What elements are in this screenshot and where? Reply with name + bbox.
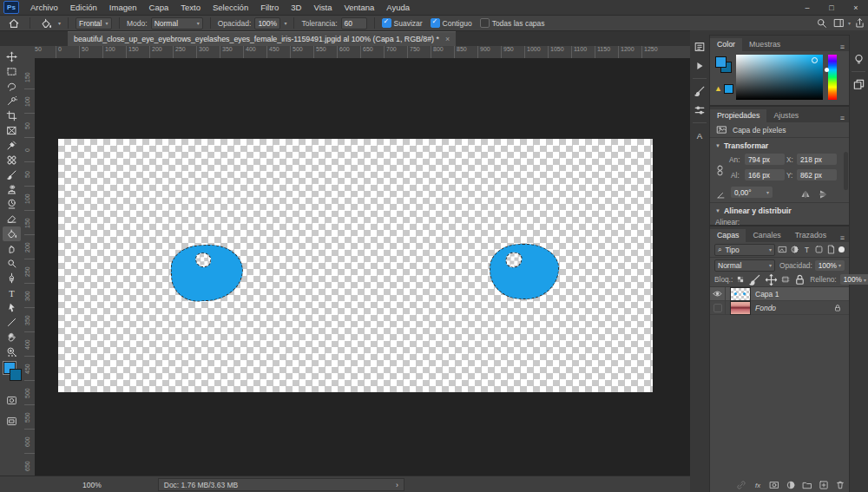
tab-muestras[interactable]: Muestras [742, 38, 787, 51]
mask-icon[interactable] [769, 480, 779, 490]
paint-bucket-tool[interactable] [3, 226, 21, 241]
menu-vista[interactable]: Vista [307, 3, 338, 12]
link-dimensions-icon[interactable] [713, 161, 726, 180]
tolerance-input[interactable]: 60 [341, 17, 367, 30]
quick-mask-button[interactable] [3, 393, 21, 408]
layer-lock-icon[interactable] [833, 304, 842, 312]
menu-archivo[interactable]: Archivo [24, 3, 64, 12]
screen-mode-button[interactable] [3, 414, 21, 429]
y-input[interactable]: 862 px [797, 169, 837, 180]
actions-icon[interactable] [691, 58, 708, 74]
menu-edicin[interactable]: Edición [64, 3, 103, 12]
menu-imagen[interactable]: Imagen [103, 3, 143, 12]
checkbox-contiguo[interactable]: Contiguo [431, 18, 472, 28]
maximize-button[interactable]: □ [819, 1, 844, 15]
height-input[interactable]: 166 px [745, 169, 785, 180]
layer-name[interactable]: Capa 1 [755, 290, 779, 298]
menu-capa[interactable]: Capa [143, 3, 175, 12]
x-input[interactable]: 218 px [797, 154, 837, 165]
tab-propiedades[interactable]: Propiedades [710, 109, 766, 122]
eraser-tool[interactable] [3, 212, 21, 226]
align-section-header[interactable]: ▼Alinear y distribuir [710, 202, 849, 217]
checkbox-icon[interactable] [431, 18, 440, 28]
brush-settings-icon[interactable] [691, 83, 708, 99]
workspace-icon[interactable] [831, 16, 848, 31]
hue-slider-marker[interactable] [825, 68, 829, 72]
brush-tool[interactable] [3, 167, 21, 182]
crop-tool[interactable] [3, 108, 21, 123]
tab-capas[interactable]: Capas [710, 229, 746, 242]
panel-scrollbar[interactable] [844, 152, 848, 190]
width-input[interactable]: 794 px [745, 154, 785, 165]
blend-mode-select[interactable]: Normal ▾ [151, 17, 203, 30]
color-fg-swatch[interactable] [715, 56, 727, 68]
frame-tool[interactable] [3, 123, 21, 138]
tab-trazados[interactable]: Trazados [788, 229, 833, 242]
layer-fill-input[interactable]: 100%▾ [840, 274, 868, 285]
left-eye-selection[interactable] [169, 243, 244, 303]
lock-transparency-icon[interactable] [736, 275, 745, 284]
delete-icon[interactable] [835, 480, 845, 490]
hue-slider[interactable] [828, 55, 837, 100]
shape-tool[interactable] [3, 315, 21, 330]
paint-bucket-preset-icon[interactable] [37, 16, 55, 31]
zoom-level-input[interactable]: 100% [82, 481, 102, 489]
opacity-input[interactable]: 100% [254, 17, 280, 30]
layer-thumbnail[interactable] [730, 301, 751, 315]
marquee-tool[interactable] [3, 64, 21, 79]
minimize-button[interactable]: – [795, 1, 819, 15]
menu-ventana[interactable]: Ventana [338, 3, 380, 12]
layer-row-capa-1[interactable]: Capa 1 [710, 287, 849, 301]
checkbox-suavizar[interactable]: Suavizar [382, 18, 423, 28]
home-icon[interactable] [5, 16, 23, 31]
flip-vertical-icon[interactable] [814, 187, 832, 202]
path-selection-tool[interactable] [3, 300, 21, 315]
layer-thumbnail[interactable] [730, 287, 751, 301]
learn-icon[interactable] [850, 51, 867, 67]
type-tool[interactable]: T [3, 285, 21, 300]
smudge-tool[interactable] [3, 241, 21, 256]
lock-all-icon[interactable] [793, 273, 806, 286]
layer-name[interactable]: Fondo [755, 304, 776, 312]
group-icon[interactable] [802, 480, 812, 490]
document-tab[interactable]: beautiful_close_up_eye_eyebrows_eyelashe… [68, 31, 456, 46]
clone-stamp-tool[interactable] [3, 182, 21, 197]
gamut-warning-icon[interactable]: ▲ [714, 84, 722, 93]
healing-brush-tool[interactable] [3, 153, 21, 167]
pixel-filter-icon[interactable] [778, 245, 787, 254]
tab-ajustes[interactable]: Ajustes [766, 109, 806, 122]
lock-paint-icon[interactable] [748, 273, 761, 286]
status-chevron-icon[interactable]: › [396, 481, 398, 489]
lasso-tool[interactable] [3, 79, 21, 94]
angle-input[interactable]: 0,00°▾ [731, 187, 773, 198]
lock-move-icon[interactable] [765, 273, 778, 286]
layer-blend-select[interactable]: Normal ▾ [714, 259, 775, 272]
shape-filter-icon[interactable] [814, 245, 824, 254]
panel-menu-icon[interactable]: ≡ [836, 233, 849, 242]
share-icon[interactable] [851, 16, 868, 31]
checkbox-icon[interactable] [480, 18, 490, 28]
checkbox-icon[interactable] [382, 18, 391, 28]
move-tool[interactable] [3, 49, 21, 64]
canvas-viewport[interactable] [35, 58, 690, 476]
eyedropper-tool[interactable] [3, 138, 21, 153]
doc-size-indicator[interactable]: Doc: 1.76 MB/3.63 MB › [158, 478, 404, 491]
color-swatches[interactable] [3, 362, 21, 381]
tool-presets-icon[interactable] [691, 102, 708, 118]
color-saturation-field[interactable] [736, 55, 823, 100]
visibility-eye-off[interactable] [710, 301, 726, 314]
edit-toolbar-icon[interactable] [3, 348, 21, 363]
background-color-swatch[interactable] [10, 369, 22, 381]
pen-tool[interactable] [3, 271, 21, 285]
menu-ayuda[interactable]: Ayuda [380, 3, 416, 12]
fill-source-select[interactable]: Frontal ▾ [76, 17, 112, 30]
history-brush-tool[interactable] [3, 197, 21, 212]
menu-seleccin[interactable]: Selección [207, 3, 254, 12]
gamut-swatch[interactable] [724, 84, 733, 94]
adjustment-filter-icon[interactable] [790, 245, 799, 254]
close-button[interactable]: × [844, 1, 868, 15]
menu-texto[interactable]: Texto [174, 3, 207, 12]
glyphs-icon[interactable]: A [691, 128, 708, 143]
dodge-tool[interactable] [3, 256, 21, 271]
transform-section-header[interactable]: ▼Transformar [710, 138, 849, 152]
